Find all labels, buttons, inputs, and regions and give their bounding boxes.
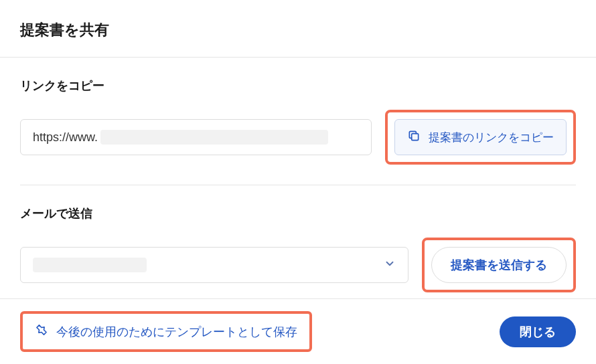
copy-link-button[interactable]: 提案書のリンクをコピー bbox=[394, 119, 567, 155]
chevron-down-icon bbox=[384, 258, 396, 272]
pin-icon bbox=[35, 323, 48, 340]
copy-link-section: リンクをコピー https://www. 提案書のリンクをコピー bbox=[20, 58, 576, 185]
link-url-redacted bbox=[100, 130, 328, 145]
close-button[interactable]: 閉じる bbox=[500, 316, 576, 347]
svg-rect-0 bbox=[412, 133, 419, 140]
modal-header: 提案書を共有 bbox=[0, 0, 596, 58]
save-template-button[interactable]: 今後の使用のためにテンプレートとして保存 bbox=[27, 318, 305, 345]
copy-link-highlight: 提案書のリンクをコピー bbox=[385, 110, 576, 165]
copy-link-row: https://www. 提案書のリンクをコピー bbox=[20, 110, 576, 165]
recipient-redacted bbox=[33, 258, 147, 272]
save-template-label: 今後の使用のためにテンプレートとして保存 bbox=[56, 324, 297, 340]
send-proposal-button[interactable]: 提案書を送信する bbox=[431, 247, 567, 283]
close-label: 閉じる bbox=[520, 325, 556, 339]
send-email-section: メールで送信 提案書を送信する bbox=[20, 185, 576, 298]
modal-content: リンクをコピー https://www. 提案書のリンクをコピー bbox=[0, 58, 596, 298]
copy-link-label: 提案書のリンクをコピー bbox=[429, 130, 554, 145]
send-email-title: メールで送信 bbox=[20, 205, 576, 221]
link-url-input[interactable]: https://www. bbox=[20, 119, 372, 155]
modal-title: 提案書を共有 bbox=[20, 20, 576, 40]
send-button-highlight: 提案書を送信する bbox=[422, 238, 576, 292]
send-email-row: 提案書を送信する bbox=[20, 238, 576, 292]
copy-icon bbox=[407, 129, 421, 146]
link-url-value: https://www. bbox=[33, 130, 98, 145]
save-template-highlight: 今後の使用のためにテンプレートとして保存 bbox=[20, 311, 312, 352]
modal-footer: 今後の使用のためにテンプレートとして保存 閉じる bbox=[0, 298, 596, 364]
recipient-select[interactable] bbox=[20, 247, 408, 283]
copy-link-title: リンクをコピー bbox=[20, 78, 576, 94]
share-proposal-modal: 提案書を共有 リンクをコピー https://www. bbox=[0, 0, 596, 364]
send-proposal-label: 提案書を送信する bbox=[451, 257, 547, 273]
